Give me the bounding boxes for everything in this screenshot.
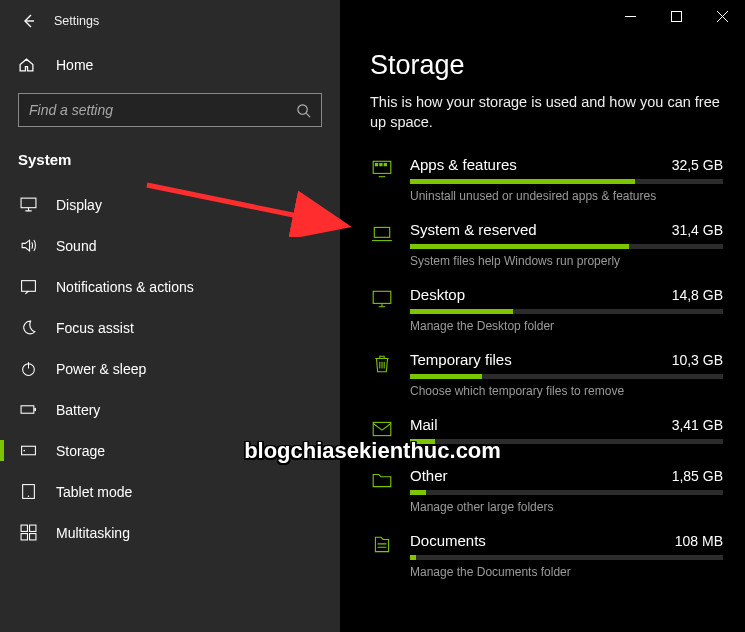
storage-bar — [410, 374, 723, 379]
storage-size: 108 MB — [675, 533, 723, 549]
search-box[interactable] — [18, 93, 322, 127]
trash-icon — [370, 353, 394, 377]
folder-icon — [370, 469, 394, 493]
close-button[interactable] — [699, 0, 745, 32]
power-icon — [18, 360, 38, 377]
storage-name: Temporary files — [410, 351, 512, 368]
minimize-button[interactable] — [607, 0, 653, 32]
storage-subtext: System files help Windows run properly — [410, 254, 723, 268]
storage-item-desktop[interactable]: Desktop14,8 GBManage the Desktop folder — [370, 278, 723, 343]
nav-item-moon[interactable]: Focus assist — [0, 307, 340, 348]
nav-item-label: Display — [56, 197, 102, 213]
nav-item-label: Multitasking — [56, 525, 130, 541]
storage-item-mail[interactable]: Mail3,41 GB — [370, 408, 723, 459]
storage-item-apps[interactable]: Apps & features32,5 GBUninstall unused o… — [370, 148, 723, 213]
nav-list: DisplaySoundNotifications & actionsFocus… — [0, 184, 340, 553]
svg-rect-15 — [375, 163, 378, 166]
svg-point-9 — [27, 496, 28, 497]
tablet-icon — [18, 483, 38, 500]
window-controls — [607, 0, 745, 32]
svg-rect-12 — [21, 534, 27, 540]
nav-item-label: Sound — [56, 238, 96, 254]
storage-subtext: Manage the Desktop folder — [410, 319, 723, 333]
nav-item-storage[interactable]: Storage — [0, 430, 340, 471]
storage-bar — [410, 555, 723, 560]
storage-subtext: Choose which temporary files to remove — [410, 384, 723, 398]
storage-size: 3,41 GB — [672, 417, 723, 433]
svg-rect-13 — [29, 534, 35, 540]
mail-icon — [370, 418, 394, 442]
storage-name: Desktop — [410, 286, 465, 303]
nav-home-label: Home — [56, 57, 93, 73]
storage-item-folder[interactable]: Other1,85 GBManage other large folders — [370, 459, 723, 524]
storage-name: Other — [410, 467, 448, 484]
storage-list: Apps & features32,5 GBUninstall unused o… — [370, 148, 723, 589]
nav-item-tablet[interactable]: Tablet mode — [0, 471, 340, 512]
section-label: System — [0, 137, 340, 176]
sound-icon — [18, 237, 38, 254]
nav-item-label: Power & sleep — [56, 361, 146, 377]
svg-rect-4 — [21, 406, 34, 413]
storage-bar — [410, 439, 723, 444]
storage-size: 1,85 GB — [672, 468, 723, 484]
svg-rect-5 — [34, 408, 36, 411]
svg-rect-17 — [384, 163, 387, 166]
storage-bar — [410, 309, 723, 314]
svg-rect-21 — [671, 11, 681, 21]
storage-name: Mail — [410, 416, 438, 433]
nav-item-label: Tablet mode — [56, 484, 132, 500]
storage-name: System & reserved — [410, 221, 537, 238]
nav-item-label: Battery — [56, 402, 100, 418]
nav-item-display[interactable]: Display — [0, 184, 340, 225]
svg-rect-1 — [21, 198, 36, 208]
search-input[interactable] — [29, 102, 296, 118]
sidebar: Settings Home System DisplaySoundNotific… — [0, 0, 340, 632]
window-title: Settings — [54, 14, 99, 28]
page-title: Storage — [370, 50, 723, 81]
notifications-icon — [18, 278, 38, 295]
multitask-icon — [18, 524, 38, 541]
nav-item-label: Storage — [56, 443, 105, 459]
nav-item-label: Focus assist — [56, 320, 134, 336]
storage-bar — [410, 490, 723, 495]
page-description: This is how your storage is used and how… — [370, 93, 723, 132]
nav-item-label: Notifications & actions — [56, 279, 194, 295]
svg-rect-11 — [29, 525, 35, 531]
documents-icon — [370, 534, 394, 558]
desktop-icon — [370, 288, 394, 312]
storage-item-documents[interactable]: Documents108 MBManage the Documents fold… — [370, 524, 723, 589]
storage-size: 14,8 GB — [672, 287, 723, 303]
storage-item-trash[interactable]: Temporary files10,3 GBChoose which tempo… — [370, 343, 723, 408]
moon-icon — [18, 319, 38, 336]
svg-rect-2 — [21, 281, 35, 292]
storage-subtext: Manage other large folders — [410, 500, 723, 514]
maximize-button[interactable] — [653, 0, 699, 32]
search-icon — [296, 103, 311, 118]
battery-icon — [18, 401, 38, 418]
svg-rect-20 — [373, 423, 391, 436]
storage-subtext: Uninstall unused or undesired apps & fea… — [410, 189, 723, 203]
nav-item-power[interactable]: Power & sleep — [0, 348, 340, 389]
svg-rect-16 — [379, 163, 382, 166]
storage-size: 32,5 GB — [672, 157, 723, 173]
svg-rect-18 — [374, 228, 389, 238]
nav-item-battery[interactable]: Battery — [0, 389, 340, 430]
nav-home[interactable]: Home — [0, 46, 340, 83]
apps-icon — [370, 158, 394, 182]
storage-name: Apps & features — [410, 156, 517, 173]
svg-point-7 — [23, 450, 25, 452]
storage-bar — [410, 244, 723, 249]
storage-size: 31,4 GB — [672, 222, 723, 238]
storage-size: 10,3 GB — [672, 352, 723, 368]
home-icon — [18, 56, 38, 73]
storage-subtext: Manage the Documents folder — [410, 565, 723, 579]
nav-item-multitask[interactable]: Multitasking — [0, 512, 340, 553]
storage-bar — [410, 179, 723, 184]
storage-item-laptop[interactable]: System & reserved31,4 GBSystem files hel… — [370, 213, 723, 278]
storage-icon — [18, 442, 38, 459]
nav-item-sound[interactable]: Sound — [0, 225, 340, 266]
nav-item-notifications[interactable]: Notifications & actions — [0, 266, 340, 307]
back-button[interactable] — [14, 7, 42, 35]
svg-point-0 — [298, 104, 307, 113]
svg-rect-19 — [373, 291, 391, 303]
